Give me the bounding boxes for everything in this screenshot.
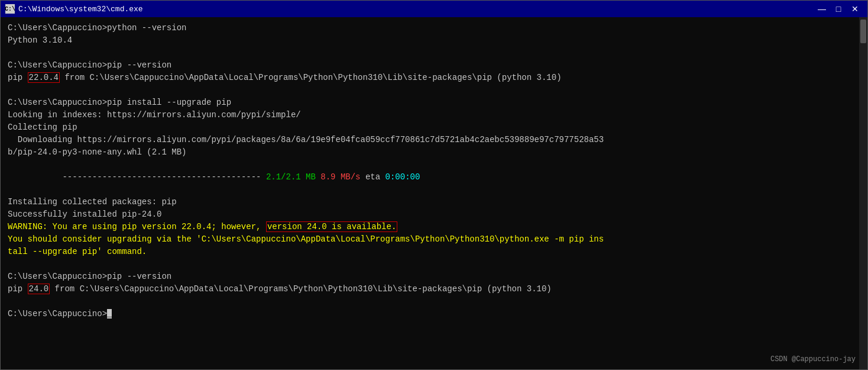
terminal-warning-line3: tall --upgrade pip' command.: [8, 246, 860, 258]
terminal-line: [8, 84, 860, 96]
scrollbar-thumb[interactable]: [860, 20, 866, 43]
scrollbar[interactable]: [859, 17, 867, 369]
cmd-icon: C:\: [5, 4, 15, 14]
terminal-line: C:\Users\Cappuccino>pip --version: [8, 271, 860, 283]
progress-eta-value: 0:00:00: [386, 172, 420, 182]
cursor: _: [107, 309, 112, 318]
titlebar-buttons: — □ ✕: [814, 3, 863, 15]
terminal-warning-line2: You should consider upgrading via the 'C…: [8, 233, 860, 246]
terminal-line: pip 22.0.4 from C:\Users\Cappuccino\AppD…: [8, 72, 860, 84]
terminal-line: pip 24.0 from C:\Users\Cappuccino\AppDat…: [8, 283, 860, 295]
terminal-line: [8, 47, 860, 59]
terminal-line: C:\Users\Cappuccino>python --version: [8, 22, 860, 34]
terminal-warning-line: WARNING: You are using pip version 22.0.…: [8, 221, 860, 233]
version-highlight-new: version 24.0 is available.: [266, 221, 397, 232]
terminal-line: C:\Users\Cappuccino>pip install --upgrad…: [8, 96, 860, 109]
terminal-progress-line: ----------------------------------------…: [8, 159, 860, 196]
terminal-prompt: C:\Users\Cappuccino>_: [8, 308, 860, 320]
watermark: CSDN @Cappuccino-jay: [770, 354, 856, 365]
terminal-line: Downloading https://mirrors.aliyun.com/p…: [8, 134, 860, 146]
close-button[interactable]: ✕: [847, 3, 863, 15]
version-highlight-new2: 24.0: [28, 284, 50, 294]
progress-bar: ----------------------------------------: [37, 172, 265, 182]
terminal-line: Looking in indexes: https://mirrors.aliy…: [8, 109, 860, 121]
titlebar-title: C:\Windows\system32\cmd.exe: [18, 5, 143, 14]
titlebar: C:\ C:\Windows\system32\cmd.exe — □ ✕: [1, 1, 867, 17]
terminal-line: Successfully installed pip-24.0: [8, 208, 860, 221]
progress-speed: 8.9 MB/s: [316, 172, 361, 182]
maximize-button[interactable]: □: [831, 3, 846, 15]
progress-eta: eta: [361, 172, 386, 182]
version-highlight-old: 22.0.4: [28, 72, 60, 83]
minimize-button[interactable]: —: [814, 3, 830, 15]
terminal-body[interactable]: C:\Users\Cappuccino>python --version Pyt…: [1, 17, 867, 369]
terminal-line: [8, 295, 860, 308]
terminal-line: Installing collected packages: pip: [8, 196, 860, 208]
progress-size: 2.1/2.1 MB: [266, 172, 316, 182]
terminal-line: Python 3.10.4: [8, 34, 860, 47]
cmd-window: C:\ C:\Windows\system32\cmd.exe — □ ✕ C:…: [0, 0, 868, 370]
terminal-line: b/pip-24.0-py3-none-any.whl (2.1 MB): [8, 146, 860, 159]
terminal-line: Collecting pip: [8, 121, 860, 134]
terminal-line: C:\Users\Cappuccino>pip --version: [8, 59, 860, 72]
terminal-line: [8, 258, 860, 271]
titlebar-left: C:\ C:\Windows\system32\cmd.exe: [5, 4, 143, 14]
